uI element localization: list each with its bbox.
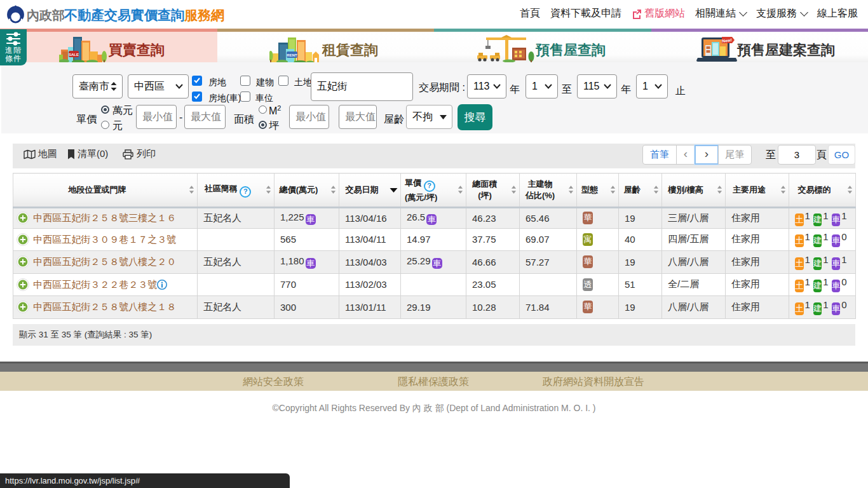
- svg-text:SALE: SALE: [69, 53, 79, 57]
- svg-text:RENT: RENT: [287, 53, 297, 57]
